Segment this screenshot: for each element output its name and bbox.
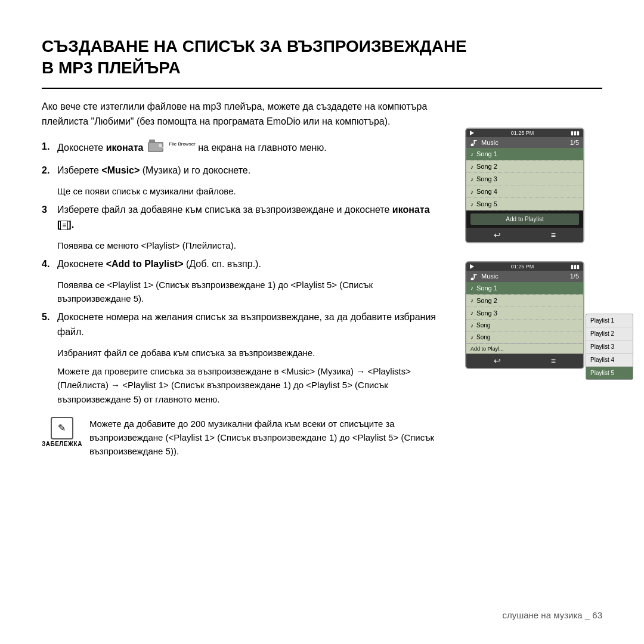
- device1-song-1: ♪ Song 1: [466, 148, 583, 160]
- device1-add-to-playlist[interactable]: Add to Playlist: [470, 213, 579, 225]
- menu-button-2[interactable]: ≡: [551, 356, 556, 366]
- title-line2: В МР3 ПЛЕЙЪРА: [42, 58, 181, 77]
- step-2-sub: Ще се появи списък с музикални файлове.: [57, 184, 447, 198]
- music-icon-header-2: [470, 274, 478, 280]
- page-footer: слушане на музика _ 63: [502, 610, 602, 620]
- device2-song-1: ♪ Song 1: [466, 282, 583, 295]
- device1-song-list: ♪ Song 1 ♪ Song 2 ♪ Song 3 ♪ Song 4 ♪: [466, 148, 583, 210]
- note-box: ✎ ЗАБЕЛЕЖКА Можете да добавите до 200 му…: [42, 417, 447, 459]
- play-icon-2: [470, 264, 474, 269]
- step-5: 5. Докоснете номера на желания списък за…: [42, 310, 447, 340]
- device2-count: 1/5: [570, 273, 579, 280]
- device2-header-label: Music: [470, 273, 499, 280]
- device1-topbar: 01:25 PM ▮▮▮: [466, 129, 583, 137]
- device1-footer: ↩ ≡: [466, 228, 583, 242]
- play-icon: [470, 131, 474, 135]
- step-4-sub: Появява се <Playlist 1> (Списък възпроиз…: [57, 278, 447, 306]
- device1-battery: ▮▮▮: [571, 130, 580, 136]
- step-2: 2. Изберете <Music> (Музика) и го докосн…: [42, 163, 447, 178]
- step-3-content: Изберете файл за добавяне към списъка за…: [57, 203, 447, 233]
- file-browser-icon: [148, 140, 165, 153]
- step-3-sub: Появява се менюто <Playlist> (Плейлиста)…: [57, 239, 447, 252]
- svg-point-8: [471, 277, 474, 280]
- back-button[interactable]: ↩: [494, 230, 501, 240]
- music-icon-header: [470, 140, 478, 146]
- step-2-content: Изберете <Music> (Музика) и го докоснете…: [57, 163, 447, 178]
- device1-header-label: Music: [470, 139, 499, 146]
- playlist-item-4[interactable]: Playlist 4: [586, 354, 633, 367]
- device1-time: 01:25 PM: [511, 130, 534, 136]
- playlist-item-1[interactable]: Playlist 1: [586, 314, 633, 327]
- step-5-content: Докоснете номера на желания списък за въ…: [57, 310, 447, 340]
- step-2-num: 2.: [42, 163, 55, 178]
- step-4-content: Докоснете <Add to Playlist> (Доб. сп. въ…: [57, 257, 447, 272]
- page-title: СЪЗДАВАНЕ НА СПИСЪК ЗА ВЪЗПРОИЗВЕЖДАНЕ В…: [42, 36, 602, 89]
- device1-song-4: ♪ Song 4: [466, 185, 583, 198]
- page-number: слушане на музика _ 63: [502, 610, 602, 620]
- device2-header: Music 1/5: [466, 271, 583, 281]
- playlist-item-2[interactable]: Playlist 2: [586, 327, 633, 340]
- svg-rect-7: [474, 140, 477, 141]
- intro-text: Ако вече сте изтеглили файлове на mp3 пл…: [42, 100, 459, 129]
- svg-point-5: [471, 144, 474, 147]
- step-3-num: 3: [42, 203, 55, 218]
- device-2-wrapper: 01:25 PM ▮▮▮ Music 1/5: [465, 261, 584, 369]
- step-5-sub1: Избраният файл се добава към списъка за …: [57, 346, 447, 360]
- svg-rect-10: [474, 274, 477, 275]
- device2-song-4: ♪ Song: [466, 320, 583, 332]
- devices-column: 01:25 PM ▮▮▮ Music 1/5 ♪ Song 1: [465, 128, 584, 369]
- device-mockup-2: 01:25 PM ▮▮▮ Music 1/5: [465, 261, 584, 369]
- note-icon: ✎: [51, 417, 73, 439]
- device2-footer: ↩ ≡: [466, 354, 583, 368]
- step-1-content: Докоснете иконата File Browser на екрана…: [57, 140, 447, 157]
- device2-add-label: Add to Playl...: [466, 343, 583, 354]
- step-1: 1. Докоснете иконата File Browser на екр…: [42, 140, 447, 157]
- device1-song-2: ♪ Song 2: [466, 160, 583, 173]
- step-4-num: 4.: [42, 257, 55, 272]
- step-5-sub2: Можете да проверите списъка за възпроизв…: [57, 364, 447, 406]
- device2-topbar: 01:25 PM ▮▮▮: [466, 262, 583, 271]
- device1-header: Music 1/5: [466, 137, 583, 148]
- playlist-item-5[interactable]: Playlist 5: [586, 367, 633, 379]
- playlist-item-3[interactable]: Playlist 3: [586, 340, 633, 354]
- step-4: 4. Докоснете <Add to Playlist> (Доб. сп.…: [42, 257, 447, 272]
- title-line1: СЪЗДАВАНЕ НА СПИСЪК ЗА ВЪЗПРОИЗВЕЖДАНЕ: [42, 37, 467, 55]
- note-text: Можете да добавите до 200 музикални файл…: [89, 417, 447, 459]
- device-mockup-1: 01:25 PM ▮▮▮ Music 1/5 ♪ Song 1: [465, 128, 584, 243]
- device2-song-3: ♪ Song 3: [466, 307, 583, 320]
- device1-song-3: ♪ Song 3: [466, 173, 583, 185]
- device2-song-list: ♪ Song 1 ♪ Song 2 ♪ Song 3 ♪ Song: [466, 282, 583, 343]
- back-button-2[interactable]: ↩: [494, 356, 501, 366]
- device2-battery: ▮▮▮: [571, 264, 580, 270]
- device2-song-2: ♪ Song 2: [466, 295, 583, 307]
- instructions-section: 1. Докоснете иконата File Browser на екр…: [42, 140, 447, 458]
- playlist-overlay: Playlist 1 Playlist 2 Playlist 3 Playlis…: [586, 314, 633, 380]
- step-1-num: 1.: [42, 140, 55, 154]
- note-label: ЗАБЕЛЕЖКА: [42, 441, 82, 447]
- device1-count: 1/5: [570, 139, 579, 146]
- device2-time: 01:25 PM: [511, 264, 534, 270]
- svg-rect-1: [149, 140, 155, 143]
- device2-song-5: ♪ Song: [466, 332, 583, 343]
- step-5-num: 5.: [42, 310, 55, 325]
- step-3: 3 Изберете файл за добавяне към списъка …: [42, 203, 447, 233]
- menu-button[interactable]: ≡: [551, 230, 556, 240]
- device1-song-5: ♪ Song 5: [466, 198, 583, 210]
